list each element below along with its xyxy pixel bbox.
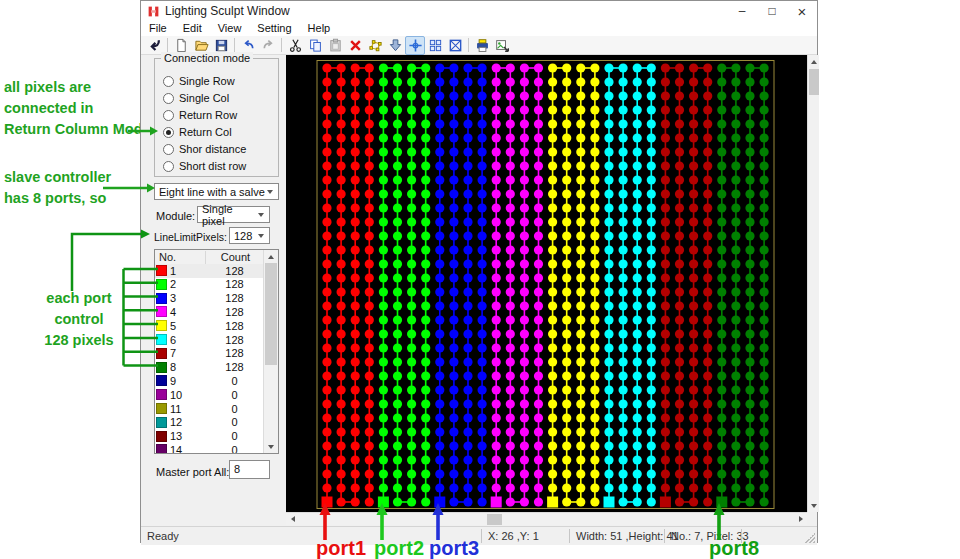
radio-short-dist-row[interactable]: Short dist row: [163, 159, 246, 173]
copy-icon[interactable]: [305, 36, 325, 55]
port-count-table: No. Count 112821283128412851286128712881…: [154, 249, 279, 454]
master-port-field[interactable]: 8: [229, 460, 270, 479]
table-row[interactable]: 2128: [155, 278, 264, 292]
table-row[interactable]: 90: [155, 374, 264, 388]
line-limit-select[interactable]: 128: [229, 227, 270, 244]
print-icon[interactable]: [472, 36, 492, 55]
chevron-down-icon: [258, 213, 264, 217]
table-row[interactable]: 100: [155, 388, 264, 402]
scroll-right-icon[interactable]: [794, 513, 807, 525]
radio-circle-icon[interactable]: [163, 110, 174, 121]
table-row[interactable]: 110: [155, 402, 264, 416]
table-row[interactable]: 1128: [155, 264, 264, 278]
annotation-return-column-mode: all pixels are connected in Return Colum…: [4, 77, 151, 140]
crosshair-icon[interactable]: [405, 36, 425, 55]
cut-icon[interactable]: [285, 36, 305, 55]
radio-circle-icon[interactable]: [163, 144, 174, 155]
table-row[interactable]: 140: [155, 443, 264, 454]
port-color-swatch: [156, 362, 167, 373]
settings-panel: Connection mode Single RowSingle ColRetu…: [141, 55, 286, 526]
annotation-line: slave controller: [4, 167, 111, 188]
canvas-vscroll-thumb[interactable]: [809, 69, 819, 95]
table-row[interactable]: 5128: [155, 319, 264, 333]
radio-circle-icon[interactable]: [163, 127, 174, 138]
pixel-canvas[interactable]: [286, 55, 807, 512]
menu-help[interactable]: Help: [300, 21, 339, 36]
menu-edit[interactable]: Edit: [175, 21, 210, 36]
connection-mode-label: Connection mode: [161, 52, 253, 64]
table-row[interactable]: 7128: [155, 347, 264, 361]
table-row[interactable]: 130: [155, 430, 264, 444]
toolbar-separator: [468, 38, 469, 52]
line-limit-value: 128: [234, 230, 252, 242]
canvas-hscroll-thumb[interactable]: [487, 514, 502, 525]
menu-setting[interactable]: Setting: [249, 21, 299, 36]
port-count-cell: 0: [205, 416, 264, 428]
table-scrollbar[interactable]: [263, 250, 278, 453]
window-title: Lighting Sculpt Window: [165, 4, 290, 18]
port-color-swatch: [156, 403, 167, 414]
delete-icon[interactable]: [345, 36, 365, 55]
scroll-left-icon[interactable]: [286, 513, 299, 525]
radio-single-row[interactable]: Single Row: [163, 74, 235, 88]
radio-circle-icon[interactable]: [163, 76, 174, 87]
port-number-cell: 9: [170, 375, 176, 387]
annotation-line: each port: [19, 288, 139, 309]
port-count-cell: 0: [205, 389, 264, 401]
canvas-vertical-scrollbar[interactable]: [807, 55, 819, 512]
app-window: Lighting Sculpt Window – □ × FileEditVie…: [140, 0, 818, 543]
port-count-cell: 128: [205, 361, 264, 373]
scroll-up-icon[interactable]: [264, 250, 278, 263]
port-color-swatch: [156, 320, 167, 331]
port-number-cell: 12: [170, 416, 182, 428]
menu-view[interactable]: View: [210, 21, 250, 36]
port-color-swatch: [156, 389, 167, 400]
port-number-cell: 3: [170, 292, 176, 304]
slave-lines-select[interactable]: Eight line with a salve: [154, 183, 279, 200]
port-color-swatch: [156, 348, 167, 359]
radio-label: Single Row: [179, 75, 235, 87]
port-color-swatch: [156, 417, 167, 428]
slave-lines-value: Eight line with a salve: [159, 186, 265, 198]
menu-file[interactable]: File: [141, 21, 175, 36]
port-count-cell: 0: [205, 375, 264, 387]
move-down-icon[interactable]: [385, 36, 405, 55]
radio-single-col[interactable]: Single Col: [163, 91, 229, 105]
port-color-swatch: [156, 431, 167, 442]
maximize-button[interactable]: □: [757, 1, 787, 21]
paste-icon[interactable]: [325, 36, 345, 55]
radio-return-row[interactable]: Return Row: [163, 108, 237, 122]
radio-circle-icon[interactable]: [163, 161, 174, 172]
select-polygon-icon[interactable]: [365, 36, 385, 55]
grid-icon[interactable]: [425, 36, 445, 55]
scroll-down-icon[interactable]: [808, 499, 819, 512]
scroll-up-icon[interactable]: [808, 55, 819, 68]
status-ready: Ready: [141, 529, 179, 543]
column-header-count: Count: [205, 251, 265, 264]
window-controls: – □ ×: [727, 1, 817, 21]
annotation-line: Return Column Mode: [4, 119, 151, 140]
frame-icon[interactable]: [445, 36, 465, 55]
table-row[interactable]: 3128: [155, 292, 264, 306]
canvas-horizontal-scrollbar[interactable]: [286, 512, 807, 525]
radio-circle-icon[interactable]: [163, 93, 174, 104]
radio-shor-distance[interactable]: Shor distance: [163, 142, 246, 156]
minimize-button[interactable]: –: [727, 1, 757, 21]
table-row[interactable]: 4128: [155, 305, 264, 319]
redo-icon[interactable]: [258, 36, 278, 55]
table-row[interactable]: 8128: [155, 361, 264, 375]
port-number-cell: 8: [170, 361, 176, 373]
table-row[interactable]: 6128: [155, 333, 264, 347]
export-icon[interactable]: [492, 36, 512, 55]
module-select[interactable]: Single pixel: [197, 206, 270, 223]
radio-return-col[interactable]: Return Col: [163, 125, 232, 139]
table-row[interactable]: 120: [155, 416, 264, 430]
app-icon: [147, 5, 160, 18]
table-scroll-thumb[interactable]: [265, 263, 277, 365]
scroll-down-icon[interactable]: [264, 440, 278, 453]
resize-grip[interactable]: [805, 533, 815, 543]
port-count-cell: 128: [205, 265, 264, 277]
annotation-line: 128 pixels: [19, 330, 139, 351]
close-button[interactable]: ×: [787, 1, 817, 21]
port8-label: port8: [709, 537, 759, 559]
